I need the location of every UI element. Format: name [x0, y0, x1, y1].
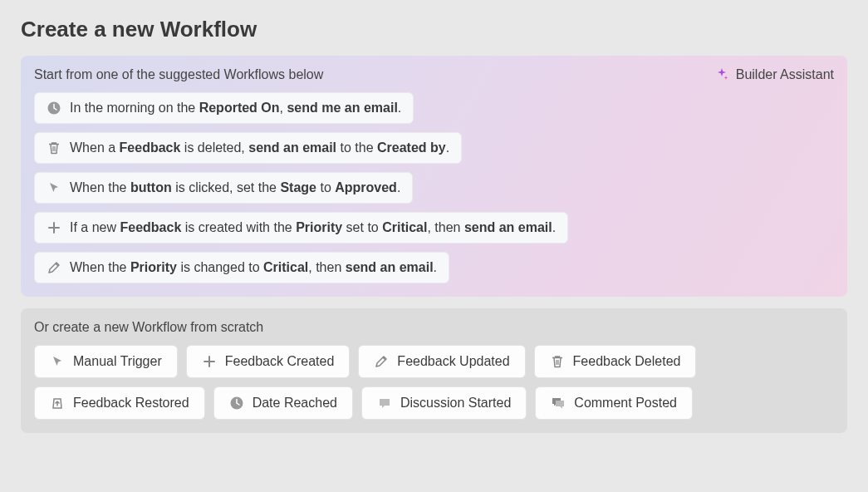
plus-icon [202, 354, 217, 369]
scratch-item[interactable]: Feedback Restored [34, 386, 205, 420]
scratch-item-label: Feedback Deleted [573, 354, 681, 369]
scratch-item[interactable]: Feedback Created [186, 345, 351, 378]
suggestion-item[interactable]: If a new Feedback is created with the Pr… [34, 212, 568, 244]
edit-icon [47, 260, 61, 275]
clock-icon [47, 101, 61, 116]
scratch-intro: Or create a new Workflow from scratch [34, 320, 263, 335]
builder-assistant-button[interactable]: Builder Assistant [714, 67, 834, 82]
suggested-intro: Start from one of the suggested Workflow… [34, 67, 323, 82]
trash-icon [47, 140, 61, 155]
scratch-workflows-panel: Or create a new Workflow from scratch Ma… [21, 308, 847, 433]
cursor-icon [50, 354, 65, 369]
scratch-item-label: Date Reached [253, 396, 337, 411]
suggestion-text: In the morning on the Reported On, send … [70, 101, 401, 116]
builder-assistant-label: Builder Assistant [736, 67, 834, 82]
clock-icon [229, 396, 244, 411]
scratch-item[interactable]: Manual Trigger [34, 345, 178, 378]
edit-icon [374, 354, 389, 369]
scratch-item[interactable]: Date Reached [213, 386, 353, 420]
suggestion-item[interactable]: In the morning on the Reported On, send … [34, 92, 414, 124]
scratch-item[interactable]: Feedback Deleted [534, 345, 697, 378]
scratch-item[interactable]: Feedback Updated [358, 345, 525, 378]
suggestion-text: If a new Feedback is created with the Pr… [70, 220, 556, 235]
page-title: Create a new Workflow [21, 17, 847, 42]
scratch-item-label: Manual Trigger [73, 354, 162, 369]
scratch-item-label: Comment Posted [574, 396, 677, 411]
suggested-workflows-panel: Start from one of the suggested Workflow… [21, 56, 847, 297]
sparkle-icon [714, 67, 729, 82]
suggestion-item[interactable]: When a Feedback is deleted, send an emai… [34, 132, 462, 164]
scratch-item[interactable]: Discussion Started [361, 386, 527, 420]
restore-icon [50, 396, 65, 411]
scratch-item-label: Feedback Updated [397, 354, 509, 369]
scratch-item-label: Feedback Restored [73, 396, 189, 411]
cursor-icon [47, 180, 61, 195]
scratch-item-label: Feedback Created [225, 354, 335, 369]
suggestion-text: When a Feedback is deleted, send an emai… [70, 140, 449, 155]
chat-icon [377, 396, 392, 411]
plus-icon [47, 220, 61, 235]
suggestion-text: When the Priority is changed to Critical… [70, 260, 437, 275]
suggestion-item[interactable]: When the button is clicked, set the Stag… [34, 172, 413, 204]
suggestion-text: When the button is clicked, set the Stag… [70, 180, 400, 195]
scratch-item[interactable]: Comment Posted [535, 386, 693, 420]
trash-icon [550, 354, 565, 369]
suggestion-item[interactable]: When the Priority is changed to Critical… [34, 252, 449, 283]
scratch-item-label: Discussion Started [400, 396, 511, 411]
comment-icon [551, 396, 566, 411]
